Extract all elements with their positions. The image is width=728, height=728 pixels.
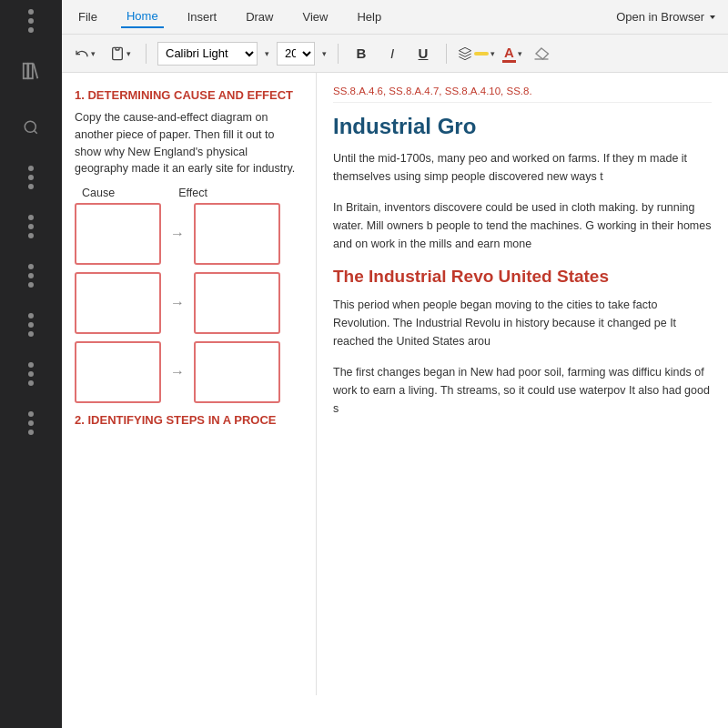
cause-effect-row-2: → <box>75 272 303 334</box>
clipboard-button[interactable]: ▾ <box>106 45 135 63</box>
sidebar-dot <box>28 184 34 189</box>
sidebar-dot <box>28 322 34 328</box>
font-size-chevron: ▾ <box>322 49 327 58</box>
font-name-chevron: ▾ <box>265 49 269 58</box>
sidebar-dot <box>28 282 34 288</box>
svg-rect-1 <box>28 64 33 79</box>
font-color-chevron: ▾ <box>518 49 522 58</box>
sidebar-dot <box>28 264 34 269</box>
intro-paragraph-1: Until the mid-1700s, many peo and worked… <box>333 149 712 186</box>
doc-content: 1. DETERMINING CAUSE AND EFFECT Copy the… <box>62 73 728 695</box>
svg-rect-0 <box>24 64 28 79</box>
sidebar-dots-4 <box>28 264 34 288</box>
underline-button[interactable]: U <box>411 44 435 63</box>
sidebar-dot <box>28 420 34 426</box>
highlight-color-button[interactable]: ▾ <box>458 46 495 61</box>
menu-file[interactable]: File <box>73 6 103 27</box>
exercise-1-heading: DETERMINING CAUSE AND EFFECT <box>87 88 293 102</box>
italic-button[interactable]: I <box>380 44 404 63</box>
sidebar-dot <box>28 362 34 368</box>
body-paragraph-3: This period when people began moving to … <box>333 296 712 350</box>
open-in-browser-menu[interactable]: Open in Browser <box>616 10 717 24</box>
sidebar-dot <box>28 430 34 435</box>
cause-label: Cause <box>82 187 115 199</box>
sidebar-dot <box>28 27 34 33</box>
font-size-select[interactable]: 20 <box>277 42 315 66</box>
sidebar-dot <box>28 273 34 278</box>
left-panel: 1. DETERMINING CAUSE AND EFFECT Copy the… <box>62 73 317 695</box>
standards-bar: SS.8.A.4.6, SS.8.A.4.7, SS.8.A.4.10, SS.… <box>333 86 712 103</box>
exercise-2-heading: IDENTIFYING STEPS IN A PROCE <box>87 413 276 427</box>
sidebar-dot <box>28 224 34 229</box>
cause-effect-row-1: → <box>75 203 303 265</box>
sidebar-dots-2 <box>28 166 34 189</box>
highlight-chevron: ▾ <box>490 49 495 58</box>
sidebar-dot <box>28 9 34 15</box>
font-color-button[interactable]: A ▾ <box>502 45 522 63</box>
library-icon[interactable] <box>18 58 44 84</box>
separator-2 <box>338 44 339 64</box>
main-heading: Industrial Gro <box>333 112 712 140</box>
cause-box-1[interactable] <box>75 203 161 265</box>
arrow-2: → <box>170 295 185 311</box>
separator-3 <box>446 44 447 64</box>
left-sidebar <box>0 0 62 728</box>
cause-effect-labels: Cause Effect <box>75 187 303 199</box>
svg-rect-4 <box>116 47 119 50</box>
effect-box-3[interactable] <box>194 341 280 403</box>
svg-line-3 <box>34 130 36 133</box>
sidebar-dot <box>28 215 34 220</box>
search-icon[interactable] <box>18 115 44 140</box>
exercise-1-number: 1. <box>75 88 85 102</box>
arrow-1: → <box>170 226 185 242</box>
undo-button[interactable]: ▾ <box>71 45 99 63</box>
menu-draw[interactable]: Draw <box>240 6 278 27</box>
cause-box-2[interactable] <box>75 272 161 334</box>
menu-insert[interactable]: Insert <box>182 6 223 27</box>
cause-box-3[interactable] <box>75 341 161 403</box>
menu-help[interactable]: Help <box>351 6 387 27</box>
toolbar: ▾ ▾ Calibri Light ▾ 20 ▾ B I U <box>62 35 728 73</box>
font-family-select[interactable]: Calibri Light <box>157 42 258 66</box>
effect-box-1[interactable] <box>194 203 280 265</box>
arrow-3: → <box>170 364 185 380</box>
svg-marker-5 <box>536 48 549 59</box>
sub-heading: The Industrial Revo United States <box>333 266 712 288</box>
sidebar-dots-7 <box>28 411 34 435</box>
main-area: File Home Insert Draw View Help Open in … <box>62 0 728 728</box>
sidebar-dot <box>28 411 34 417</box>
sidebar-dots-3 <box>28 215 34 238</box>
exercise-1-title: 1. DETERMINING CAUSE AND EFFECT <box>75 87 303 104</box>
sidebar-dots-top <box>28 9 34 33</box>
svg-point-2 <box>25 121 35 132</box>
clipboard-chevron: ▾ <box>126 49 131 58</box>
effect-box-2[interactable] <box>194 272 280 334</box>
sidebar-dot <box>28 331 34 337</box>
sidebar-dots-6 <box>28 362 34 386</box>
sidebar-dot <box>28 233 34 238</box>
intro-paragraph-2: In Britain, inventors discovere could be… <box>333 198 712 253</box>
eraser-button[interactable] <box>530 45 553 63</box>
right-panel: SS.8.A.4.6, SS.8.A.4.7, SS.8.A.4.10, SS.… <box>317 73 728 695</box>
effect-label: Effect <box>178 187 207 199</box>
cause-effect-row-3: → <box>75 341 303 403</box>
menu-view[interactable]: View <box>298 6 334 27</box>
sidebar-dot <box>28 18 34 24</box>
menu-home[interactable]: Home <box>121 5 164 28</box>
separator-1 <box>146 44 147 64</box>
font-color-a: A <box>502 45 516 63</box>
undo-chevron: ▾ <box>91 49 96 58</box>
open-in-browser-label: Open in Browser <box>616 10 704 24</box>
sidebar-dot <box>28 380 34 386</box>
sidebar-dot <box>28 371 34 377</box>
sidebar-dot <box>28 175 34 180</box>
sidebar-dot <box>28 313 34 318</box>
sidebar-dot <box>28 166 34 171</box>
exercise-1-instruction: Copy the cause-and-effect diagram on ano… <box>75 109 303 177</box>
exercise-2-number: 2. <box>75 413 85 427</box>
body-paragraph-4: The first changes began in New had poor … <box>333 363 712 418</box>
sidebar-dots-5 <box>28 313 34 337</box>
bold-button[interactable]: B <box>349 44 373 63</box>
menu-bar: File Home Insert Draw View Help Open in … <box>62 0 728 35</box>
exercise-2-title: 2. IDENTIFYING STEPS IN A PROCE <box>75 412 303 429</box>
